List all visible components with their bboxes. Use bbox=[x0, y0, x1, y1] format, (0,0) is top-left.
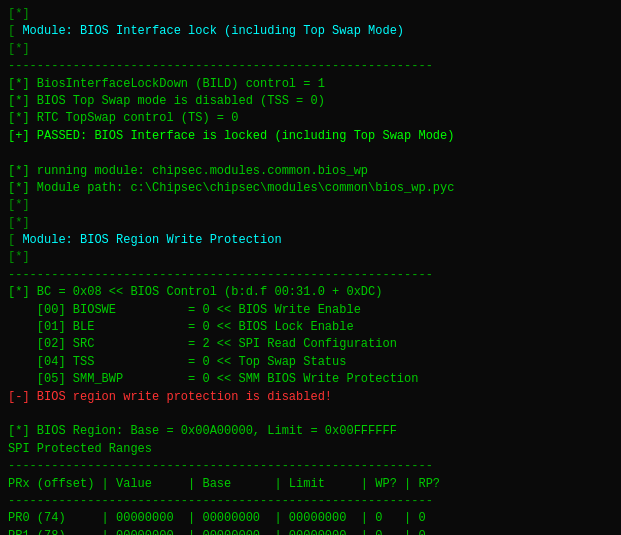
line-spi-header: SPI Protected Ranges bbox=[8, 441, 613, 458]
line-topswap: [*] BIOS Top Swap mode is disabled (TSS … bbox=[8, 93, 613, 110]
line-module-1: [ Module: BIOS Interface lock (including… bbox=[8, 23, 613, 40]
line-sep-2: ----------------------------------------… bbox=[8, 267, 613, 284]
line-tss: [04] TSS = 0 << Top Swap Status bbox=[8, 354, 613, 371]
line-modpath: [*] Module path: c:\Chipsec\chipsec\modu… bbox=[8, 180, 613, 197]
line-pr1: PR1 (78) | 00000000 | 00000000 | 0000000… bbox=[8, 528, 613, 535]
line-table-header: PRx (offset) | Value | Base | Limit | WP… bbox=[8, 476, 613, 493]
line-1: [*] bbox=[8, 6, 613, 23]
line-bioswe: [00] BIOSWE = 0 << BIOS Write Enable bbox=[8, 302, 613, 319]
line-biosregion: [*] BIOS Region: Base = 0x00A00000, Limi… bbox=[8, 423, 613, 440]
line-5: [*] bbox=[8, 197, 613, 214]
line-bc: [*] BC = 0x08 << BIOS Control (b:d.f 00:… bbox=[8, 284, 613, 301]
line-sep-1: ----------------------------------------… bbox=[8, 58, 613, 75]
line-module-2: [ Module: BIOS Region Write Protection bbox=[8, 232, 613, 249]
line-src: [02] SRC = 2 << SPI Read Configuration bbox=[8, 336, 613, 353]
terminal-output: [*] [ Module: BIOS Interface lock (inclu… bbox=[0, 0, 621, 535]
line-disabled: [-] BIOS region write protection is disa… bbox=[8, 389, 613, 406]
line-sep-4: ----------------------------------------… bbox=[8, 493, 613, 510]
line-6: [*] bbox=[8, 215, 613, 232]
line-bild: [*] BiosInterfaceLockDown (BILD) control… bbox=[8, 76, 613, 93]
line-7: [*] bbox=[8, 249, 613, 266]
line-running: [*] running module: chipsec.modules.comm… bbox=[8, 163, 613, 180]
line-passed: [+] PASSED: BIOS Interface is locked (in… bbox=[8, 128, 613, 145]
line-smmbwp: [05] SMM_BWP = 0 << SMM BIOS Write Prote… bbox=[8, 371, 613, 388]
line-pr0: PR0 (74) | 00000000 | 00000000 | 0000000… bbox=[8, 510, 613, 527]
line-rtc: [*] RTC TopSwap control (TS) = 0 bbox=[8, 110, 613, 127]
line-3: [*] bbox=[8, 41, 613, 58]
line-ble: [01] BLE = 0 << BIOS Lock Enable bbox=[8, 319, 613, 336]
line-empty-1 bbox=[8, 145, 613, 162]
line-sep-3: ----------------------------------------… bbox=[8, 458, 613, 475]
line-empty-2 bbox=[8, 406, 613, 423]
